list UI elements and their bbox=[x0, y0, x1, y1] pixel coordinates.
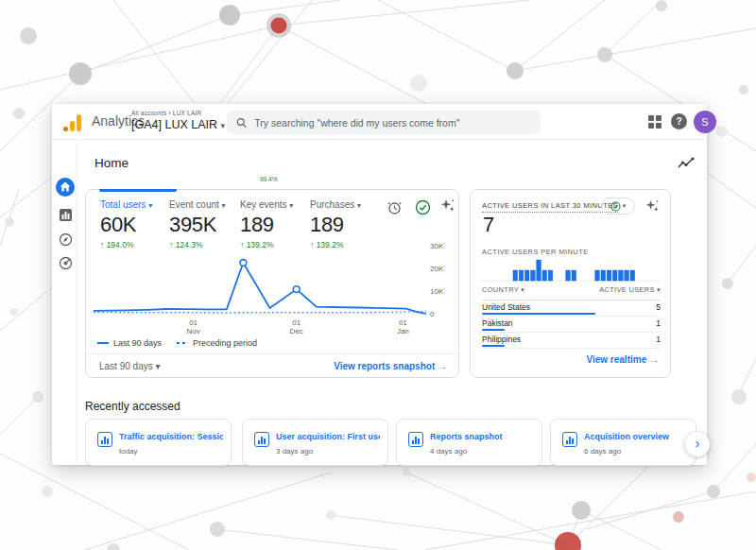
x-tick: 01 Dec bbox=[290, 318, 303, 335]
sparkle-icon[interactable] bbox=[439, 198, 455, 214]
sparkle-icon[interactable] bbox=[644, 198, 660, 214]
left-nav bbox=[52, 140, 77, 465]
country-bar bbox=[482, 345, 505, 347]
recent-card-user-acquisition[interactable]: User acquisition: First user prim... 3 d… bbox=[242, 419, 388, 466]
analytics-window: Analytics All accounts › LUX LAIR [GA4] … bbox=[52, 104, 707, 465]
insights-icon[interactable] bbox=[678, 157, 695, 170]
page-title: Home bbox=[94, 156, 129, 170]
active-users-value: 7 bbox=[483, 213, 494, 237]
y-tick: 0 bbox=[430, 310, 455, 318]
report-chart-icon bbox=[562, 432, 577, 447]
caret-down-icon: ▾ bbox=[156, 361, 161, 371]
country-bar bbox=[482, 329, 505, 331]
metric-value: 60K bbox=[100, 213, 152, 237]
property-selector[interactable]: [GA4] LUX LAIR ▾ bbox=[131, 118, 225, 131]
caret-down-icon: ▾ bbox=[221, 121, 226, 130]
recent-card-reports-snapshot[interactable]: Reports snapshot 4 days ago bbox=[396, 419, 542, 466]
country-bar bbox=[482, 313, 595, 315]
table-row[interactable]: Philippines 1 bbox=[482, 333, 661, 349]
check-circle-icon[interactable] bbox=[415, 199, 431, 215]
google-analytics-logo-icon[interactable] bbox=[63, 112, 84, 132]
view-realtime-link[interactable]: View realtime → bbox=[586, 354, 659, 365]
table-row[interactable]: United States 5 bbox=[482, 301, 661, 317]
report-chart-icon bbox=[408, 432, 423, 447]
recently-accessed-title: Recently accessed bbox=[85, 400, 180, 413]
legend-last-90-days: Last 90 days bbox=[97, 338, 162, 348]
avatar[interactable]: S bbox=[694, 111, 716, 133]
x-tick: 01 Nov bbox=[186, 318, 199, 335]
advertising-target-icon bbox=[59, 256, 73, 270]
dashed-line-swatch bbox=[177, 342, 188, 344]
per-minute-label: ACTIVE USERS PER MINUTE bbox=[482, 248, 589, 256]
realtime-table-header: COUNTRY ▾ ACTIVE USERS ▾ bbox=[482, 285, 661, 301]
caret-down-icon: ▾ bbox=[357, 201, 361, 210]
sidebar-item-advertising[interactable] bbox=[53, 250, 77, 275]
overview-metrics-card: Total users ▾ 60K ↑ 194.0% Event count ▾… bbox=[85, 189, 459, 378]
arrow-right-icon: → bbox=[438, 361, 447, 371]
metric-value: 189 bbox=[240, 213, 293, 237]
help-icon[interactable]: ? bbox=[671, 113, 687, 129]
y-tick: 10K bbox=[430, 287, 455, 296]
home-icon bbox=[55, 177, 76, 198]
caret-down-icon: ▾ bbox=[623, 202, 627, 210]
apps-grid-icon[interactable] bbox=[648, 115, 662, 129]
column-country[interactable]: COUNTRY ▾ bbox=[482, 285, 524, 300]
app-header: Analytics All accounts › LUX LAIR [GA4] … bbox=[52, 104, 707, 140]
users-line-chart bbox=[94, 239, 426, 317]
explore-compass-icon bbox=[59, 232, 73, 247]
report-chart-icon bbox=[254, 432, 269, 447]
per-minute-bar-chart-area bbox=[480, 257, 660, 282]
chart-legend: Last 90 days Preceding period bbox=[97, 338, 257, 348]
check-circle-icon bbox=[610, 201, 621, 212]
sidebar-item-reports[interactable] bbox=[53, 202, 77, 227]
realtime-table: United States 5 Pakistan 1 Philippines 1 bbox=[482, 301, 661, 349]
alarm-clock-icon[interactable] bbox=[387, 199, 403, 215]
metric-value: 395K bbox=[169, 213, 226, 237]
caret-down-icon: ▾ bbox=[222, 201, 226, 210]
realtime-title: ACTIVE USERS IN LAST 30 MINUTES bbox=[482, 201, 618, 213]
legend-preceding-period: Preceding period bbox=[177, 338, 257, 348]
x-tick: 01 Jan bbox=[397, 318, 409, 335]
caret-down-icon: ▾ bbox=[289, 201, 293, 210]
y-tick: 30K bbox=[430, 242, 455, 250]
breadcrumb-separator-icon: › bbox=[168, 110, 170, 116]
users-line-chart-area bbox=[94, 239, 426, 317]
metric-value: 189 bbox=[310, 213, 361, 237]
sidebar-item-explore[interactable] bbox=[53, 227, 77, 251]
chevron-right-icon: › bbox=[696, 435, 700, 451]
recent-card-traffic-acquisition[interactable]: Traffic acquisition: Session prim... tod… bbox=[85, 419, 232, 466]
view-reports-snapshot-link[interactable]: View reports snapshot → bbox=[334, 361, 447, 371]
data-quality-badge: 99.4% bbox=[260, 176, 277, 182]
caret-down-icon: ▾ bbox=[148, 201, 152, 210]
table-row[interactable]: Pakistan 1 bbox=[482, 317, 661, 333]
recent-card-acquisition-overview[interactable]: Acquisition overview 6 days ago bbox=[550, 419, 696, 466]
search-input[interactable] bbox=[254, 117, 531, 129]
date-range-selector[interactable]: Last 90 days ▾ bbox=[99, 361, 161, 371]
column-active-users[interactable]: ACTIVE USERS ▾ bbox=[599, 285, 661, 300]
arrow-right-icon: → bbox=[649, 354, 659, 365]
solid-line-swatch bbox=[97, 342, 109, 344]
sidebar-item-home[interactable] bbox=[53, 175, 77, 199]
search-icon bbox=[236, 117, 247, 129]
search-bar[interactable] bbox=[227, 111, 541, 134]
scroll-right-button[interactable]: › bbox=[685, 432, 710, 456]
report-chart-icon bbox=[97, 432, 112, 447]
caret-down-icon: ▾ bbox=[657, 286, 661, 293]
per-minute-bar-chart bbox=[480, 257, 660, 282]
y-tick: 20K bbox=[430, 265, 455, 273]
breadcrumb[interactable]: All accounts › LUX LAIR bbox=[131, 110, 201, 116]
bar-chart-icon bbox=[59, 208, 73, 222]
realtime-status-pill[interactable]: ▾ bbox=[601, 198, 635, 215]
realtime-card: ACTIVE USERS IN LAST 30 MINUTES ▾ 7 ACTI… bbox=[470, 189, 671, 378]
caret-down-icon: ▾ bbox=[521, 286, 524, 293]
selected-metric-indicator bbox=[99, 189, 177, 192]
overview-card-footer: Last 90 days ▾ View reports snapshot → bbox=[86, 353, 458, 377]
